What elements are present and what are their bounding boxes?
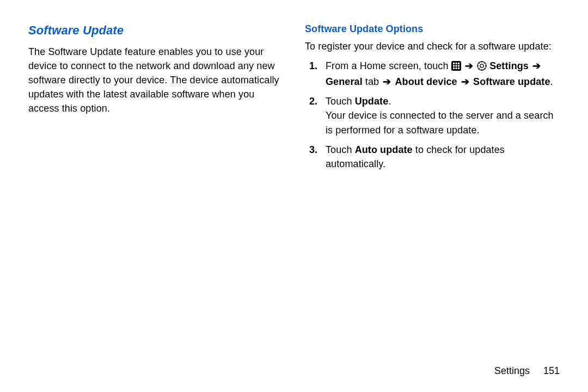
- svg-line-16: [479, 63, 480, 64]
- step-text: From a Home screen, touch: [326, 59, 560, 89]
- update-label: Update: [355, 96, 389, 107]
- section-heading-software-update-options: Software Update Options: [305, 22, 560, 36]
- manual-page: Software Update The Software Update feat…: [0, 0, 588, 392]
- step-1-pre: From a Home screen, touch: [326, 60, 451, 71]
- svg-rect-1: [453, 63, 455, 64]
- arrow-icon: ➔: [460, 76, 470, 87]
- arrow-icon: ➔: [382, 76, 392, 87]
- svg-line-17: [484, 68, 485, 69]
- page-footer: Settings 151: [494, 365, 560, 377]
- svg-rect-9: [458, 68, 460, 69]
- step-number: 3.: [305, 143, 326, 171]
- arrow-icon: ➔: [464, 60, 474, 71]
- options-intro: To register your device and check for a …: [305, 39, 560, 53]
- auto-update-label: Auto update: [355, 144, 413, 155]
- step-number: 2.: [305, 94, 326, 137]
- svg-rect-7: [453, 68, 455, 69]
- svg-line-19: [484, 63, 485, 64]
- period: .: [550, 76, 553, 87]
- steps-list: 1. From a Home screen, touch: [305, 59, 560, 171]
- right-column: Software Update Options To register your…: [305, 22, 560, 176]
- tab-word: tab: [363, 76, 379, 87]
- left-column: Software Update The Software Update feat…: [28, 22, 283, 176]
- svg-rect-3: [458, 63, 460, 64]
- svg-rect-4: [453, 65, 455, 67]
- svg-line-18: [479, 68, 480, 69]
- step-3-touch: Touch: [326, 144, 355, 155]
- svg-rect-5: [455, 65, 457, 67]
- arrow-icon: ➔: [531, 60, 542, 71]
- step-2-touch: Touch: [326, 96, 355, 107]
- step-number: 1.: [305, 59, 326, 89]
- two-column-layout: Software Update The Software Update feat…: [28, 22, 560, 176]
- software-update-label: Software update: [473, 76, 550, 87]
- section-heading-software-update: Software Update: [28, 22, 283, 39]
- software-update-description: The Software Update feature enables you …: [28, 45, 283, 115]
- step-2-follow: Your device is connected to the server a…: [326, 110, 554, 135]
- general-label: General: [326, 76, 363, 87]
- apps-grid-icon: [451, 60, 461, 75]
- footer-section: Settings: [494, 365, 530, 376]
- footer-page-number: 151: [543, 365, 560, 376]
- step-3: 3. Touch Auto update to check for update…: [305, 143, 560, 171]
- svg-rect-2: [455, 63, 457, 64]
- svg-rect-6: [458, 65, 460, 67]
- about-device-label: About device: [395, 76, 457, 87]
- step-1: 1. From a Home screen, touch: [305, 59, 560, 89]
- period: .: [388, 96, 391, 107]
- gear-icon: [477, 60, 487, 75]
- step-text: Touch Update. Your device is connected t…: [326, 94, 560, 137]
- svg-point-11: [480, 64, 483, 68]
- step-2: 2. Touch Update. Your device is connecte…: [305, 94, 560, 137]
- settings-label: Settings: [489, 60, 529, 71]
- step-text: Touch Auto update to check for updates a…: [326, 143, 560, 171]
- svg-rect-8: [455, 68, 457, 69]
